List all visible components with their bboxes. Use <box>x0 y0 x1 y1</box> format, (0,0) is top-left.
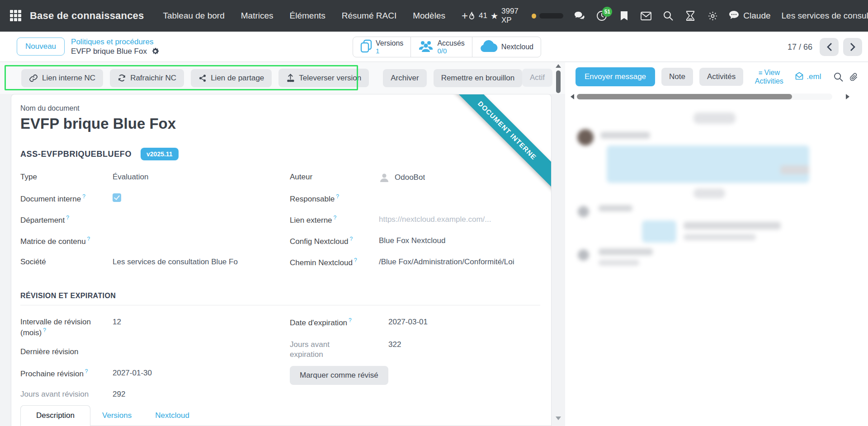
notebook-tabs: Description Versions Nextcloud <box>20 405 551 426</box>
hscroll-thumb[interactable] <box>577 94 792 99</box>
tracking-message-block <box>607 145 809 183</box>
intervalle-value[interactable]: 12 <box>113 317 121 327</box>
type-value[interactable]: Évaluation <box>113 172 148 182</box>
share-link-button[interactable]: Lien de partage <box>191 69 272 87</box>
form-pane: Lien interne NC Rafraichir NC Lien de pa… <box>0 62 565 426</box>
field-responsable: Responsable? <box>290 193 551 204</box>
activities-button[interactable]: Activités <box>699 68 743 86</box>
scroll-up-arrow[interactable] <box>556 64 561 68</box>
field-date-expiration: Date d'expiration? 2027-03-01 <box>290 317 551 328</box>
menu-modeles[interactable]: Modèles <box>413 11 445 21</box>
societe-value[interactable]: Les services de consultation Blue Fo <box>113 257 238 267</box>
date-expiration-value[interactable]: 2027-03-01 <box>388 317 428 327</box>
document-interne-checkbox[interactable] <box>113 193 121 202</box>
menu-resume-raci[interactable]: Résumé RACI <box>342 11 396 21</box>
main-content: Lien interne NC Rafraichir NC Lien de pa… <box>0 62 868 426</box>
field-prochaine-revision: Prochaine révision? 2027-01-30 <box>20 368 290 379</box>
chemin-nextcloud-value[interactable]: /Blue Fox/Administration/Conformité/Loi <box>379 257 514 267</box>
log-note-button[interactable]: Note <box>661 68 693 86</box>
hscroll-track[interactable] <box>577 94 832 100</box>
message-author-bar <box>600 132 650 139</box>
tracking-value-block <box>642 220 676 243</box>
control-panel: Nouveau Politiques et procédures EVFP br… <box>0 32 868 62</box>
version-badge: v2025.11 <box>141 148 179 160</box>
smart-buttons: Versions 1 Accusés 0/0 Nextcloud <box>353 37 541 57</box>
nextcloud-label: Nextcloud <box>501 43 533 51</box>
smart-button-accuses[interactable]: Accusés 0/0 <box>411 37 472 57</box>
message-text-bar <box>599 260 639 266</box>
message-avatar <box>578 249 589 261</box>
document-title[interactable]: EVFP brique Blue Fox <box>20 115 551 132</box>
upload-version-button[interactable]: Televerser version <box>278 69 369 87</box>
mark-reviewed-button[interactable]: Marquer comme révisé <box>290 366 388 385</box>
section-revision-expiration: RÉVISION ET EXPIRATION <box>20 292 540 305</box>
menu-elements[interactable]: Éléments <box>290 11 326 21</box>
tab-versions[interactable]: Versions <box>90 406 143 426</box>
streak-count: 41 <box>479 11 487 20</box>
menu-add-button[interactable]: + <box>462 9 468 22</box>
hscroll-left-arrow[interactable] <box>571 94 574 99</box>
form-vertical-scrollbar[interactable] <box>555 64 562 424</box>
versions-copy-icon <box>360 39 372 55</box>
activities-clock-icon[interactable]: 51 <box>596 10 607 21</box>
field-lien-externe: Lien externe? https://nextcloud.example.… <box>290 215 551 225</box>
scroll-thumb[interactable] <box>556 70 561 93</box>
field-type: Type Évaluation <box>20 172 290 183</box>
message-avatar <box>577 129 594 145</box>
pager-next-button[interactable] <box>843 38 862 56</box>
hourglass-icon[interactable] <box>685 10 696 21</box>
status-active-label: Actif <box>522 69 552 87</box>
field-auteur: Auteur OdooBot <box>290 172 551 183</box>
attachment-paperclip-icon[interactable] <box>849 72 858 82</box>
company-switcher[interactable]: Les services de consultation Blue ... <box>782 11 868 21</box>
messages-envelope-icon[interactable] <box>641 10 651 21</box>
field-intervalle-revision: Intervalle de révision (mois)? 12 <box>20 317 290 338</box>
accuses-count: 0/0 <box>437 47 464 55</box>
auteur-value[interactable]: OdooBot <box>395 173 425 183</box>
date-separator <box>693 112 736 124</box>
search-icon[interactable] <box>663 10 674 21</box>
ai-chat-claude[interactable]: Claude <box>729 10 770 22</box>
record-pager: 17 / 66 <box>788 38 862 56</box>
star-icon: ★ <box>491 11 498 21</box>
tab-description[interactable]: Description <box>20 405 90 426</box>
smart-button-nextcloud[interactable]: Nextcloud <box>472 37 541 57</box>
view-activities-link[interactable]: ≡ View Activities <box>750 68 788 85</box>
record-actions-gear-icon[interactable] <box>151 47 160 56</box>
field-chemin-nextcloud: Chemin Nextcloud? /Blue Fox/Administrati… <box>290 257 551 268</box>
refresh-nc-button[interactable]: Rafraichir NC <box>110 69 184 87</box>
archive-button[interactable]: Archiver <box>383 69 426 87</box>
nextcloud-cloud-icon <box>480 40 498 54</box>
settings-gear-icon[interactable] <box>707 10 718 21</box>
bookmark-icon[interactable] <box>618 10 629 21</box>
internal-link-nc-button[interactable]: Lien interne NC <box>21 69 103 87</box>
jours-avant-revision-value: 292 <box>113 389 125 399</box>
author-avatar-icon <box>379 172 390 183</box>
pager-previous-button[interactable] <box>820 38 839 56</box>
smart-button-versions[interactable]: Versions 1 <box>353 37 411 57</box>
apps-menu-icon[interactable] <box>10 10 22 22</box>
breadcrumb-parent[interactable]: Politiques et procédures <box>71 37 160 47</box>
new-button[interactable]: Nouveau <box>17 37 65 56</box>
discuss-icon[interactable] <box>574 10 585 21</box>
list-icon: ≡ <box>759 69 764 76</box>
gamification-widget[interactable]: 41 ★ 3997 XP <box>468 7 563 25</box>
lien-externe-input[interactable]: https://nextcloud.example.com/... <box>379 215 491 225</box>
versions-label: Versions <box>376 39 403 47</box>
hscroll-right-arrow[interactable] <box>846 94 849 99</box>
menu-tableau-de-bord[interactable]: Tableau de bord <box>163 11 224 21</box>
tab-nextcloud[interactable]: Nextcloud <box>143 406 201 426</box>
scroll-down-arrow[interactable] <box>556 417 561 420</box>
reset-to-draft-button[interactable]: Remettre en brouillon <box>434 69 523 87</box>
app-title[interactable]: Base de connaissances <box>30 10 144 22</box>
prochaine-revision-value[interactable]: 2027-01-30 <box>113 368 152 378</box>
chatter-search-icon[interactable] <box>834 72 843 82</box>
menu-matrices[interactable]: Matrices <box>241 11 274 21</box>
config-nextcloud-value[interactable]: Blue Fox Nextcloud <box>379 236 445 246</box>
top-navbar: Base de connaissances Tableau de bord Ma… <box>0 0 868 32</box>
send-message-button[interactable]: Envoyer message <box>576 67 655 86</box>
message-text-bar <box>684 222 781 229</box>
chatter-horizontal-scrollbar[interactable] <box>571 92 863 101</box>
eml-link[interactable]: .eml <box>795 71 821 82</box>
flame-icon <box>468 11 476 21</box>
